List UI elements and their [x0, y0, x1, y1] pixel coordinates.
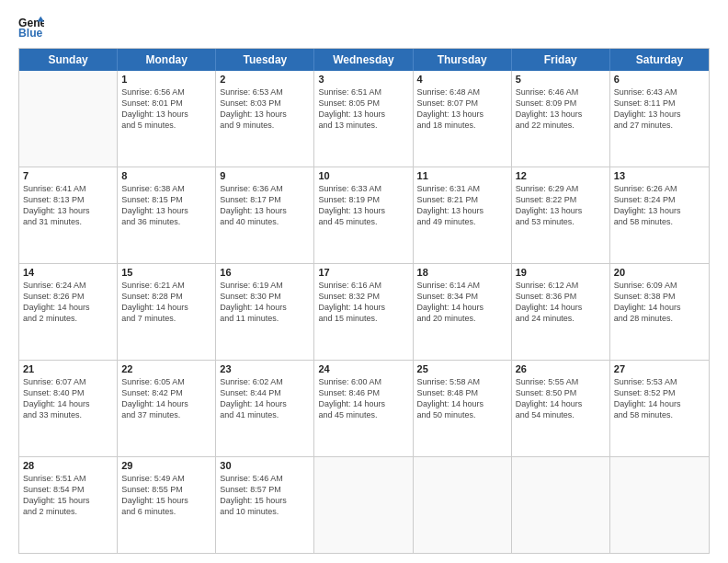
calendar-cell: 11Sunrise: 6:31 AMSunset: 8:21 PMDayligh… [414, 167, 512, 263]
day-number: 23 [220, 363, 310, 374]
calendar-cell: 7Sunrise: 6:41 AMSunset: 8:13 PMDaylight… [19, 167, 118, 263]
calendar-cell [314, 457, 413, 553]
calendar-cell: 29Sunrise: 5:49 AMSunset: 8:55 PMDayligh… [118, 457, 216, 553]
calendar-week: 7Sunrise: 6:41 AMSunset: 8:13 PMDaylight… [19, 167, 709, 264]
day-info: Sunrise: 5:46 AMSunset: 8:57 PMDaylight:… [220, 473, 310, 518]
day-number: 16 [220, 267, 310, 278]
day-info: Sunrise: 5:51 AMSunset: 8:54 PMDaylight:… [23, 473, 113, 518]
calendar-cell: 23Sunrise: 6:02 AMSunset: 8:44 PMDayligh… [216, 361, 314, 456]
calendar-cell: 2Sunrise: 6:53 AMSunset: 8:03 PMDaylight… [216, 71, 314, 167]
day-number: 18 [417, 267, 507, 278]
calendar-cell: 30Sunrise: 5:46 AMSunset: 8:57 PMDayligh… [216, 457, 314, 553]
day-number: 29 [121, 460, 211, 471]
day-info: Sunrise: 6:31 AMSunset: 8:21 PMDaylight:… [417, 183, 507, 228]
calendar-week: 14Sunrise: 6:24 AMSunset: 8:26 PMDayligh… [19, 264, 709, 361]
day-number: 27 [614, 363, 705, 374]
calendar-cell: 1Sunrise: 6:56 AMSunset: 8:01 PMDaylight… [118, 71, 216, 167]
day-number: 14 [23, 267, 113, 278]
day-number: 6 [614, 74, 705, 85]
day-info: Sunrise: 6:48 AMSunset: 8:07 PMDaylight:… [417, 86, 507, 132]
calendar-cell: 12Sunrise: 6:29 AMSunset: 8:22 PMDayligh… [512, 167, 610, 263]
day-number: 26 [516, 363, 606, 374]
day-info: Sunrise: 6:56 AMSunset: 8:01 PMDaylight:… [121, 86, 211, 132]
logo: General Blue [18, 15, 44, 40]
calendar-cell: 19Sunrise: 6:12 AMSunset: 8:36 PMDayligh… [512, 264, 610, 360]
day-of-week-header: Sunday [19, 49, 118, 71]
day-info: Sunrise: 5:58 AMSunset: 8:48 PMDaylight:… [417, 376, 507, 421]
day-of-week-header: Wednesday [314, 49, 413, 71]
day-of-week-header: Monday [118, 49, 216, 71]
calendar-week: 28Sunrise: 5:51 AMSunset: 8:54 PMDayligh… [19, 457, 709, 553]
day-info: Sunrise: 5:53 AMSunset: 8:52 PMDaylight:… [614, 376, 705, 421]
calendar-cell: 10Sunrise: 6:33 AMSunset: 8:19 PMDayligh… [314, 167, 413, 263]
day-info: Sunrise: 6:19 AMSunset: 8:30 PMDaylight:… [220, 280, 310, 325]
day-info: Sunrise: 6:38 AMSunset: 8:15 PMDaylight:… [121, 183, 211, 228]
day-number: 28 [23, 460, 113, 471]
day-of-week-header: Saturday [610, 49, 709, 71]
calendar-cell: 20Sunrise: 6:09 AMSunset: 8:38 PMDayligh… [610, 264, 709, 360]
calendar-week: 21Sunrise: 6:07 AMSunset: 8:40 PMDayligh… [19, 361, 709, 457]
day-number: 7 [23, 170, 113, 181]
day-number: 22 [121, 363, 211, 374]
calendar-cell: 25Sunrise: 5:58 AMSunset: 8:48 PMDayligh… [414, 361, 512, 456]
day-number: 9 [220, 170, 310, 181]
calendar-cell: 5Sunrise: 6:46 AMSunset: 8:09 PMDaylight… [512, 71, 610, 167]
calendar-header: SundayMondayTuesdayWednesdayThursdayFrid… [19, 49, 709, 71]
page: General Blue SundayMondayTuesdayWednesda… [0, 0, 728, 563]
svg-text:Blue: Blue [18, 27, 43, 40]
day-number: 30 [220, 460, 310, 471]
day-info: Sunrise: 6:43 AMSunset: 8:11 PMDaylight:… [614, 86, 705, 132]
day-info: Sunrise: 6:09 AMSunset: 8:38 PMDaylight:… [614, 280, 705, 325]
day-info: Sunrise: 6:41 AMSunset: 8:13 PMDaylight:… [23, 183, 113, 228]
calendar-cell: 17Sunrise: 6:16 AMSunset: 8:32 PMDayligh… [314, 264, 413, 360]
day-number: 13 [614, 170, 705, 181]
day-number: 15 [121, 267, 211, 278]
logo-icon: General Blue [18, 15, 44, 40]
day-of-week-header: Tuesday [216, 49, 314, 71]
calendar-cell [512, 457, 610, 553]
calendar-cell: 6Sunrise: 6:43 AMSunset: 8:11 PMDaylight… [610, 71, 709, 167]
calendar-cell: 27Sunrise: 5:53 AMSunset: 8:52 PMDayligh… [610, 361, 709, 456]
calendar-cell: 3Sunrise: 6:51 AMSunset: 8:05 PMDaylight… [314, 71, 413, 167]
calendar: SundayMondayTuesdayWednesdayThursdayFrid… [18, 48, 710, 554]
day-info: Sunrise: 5:49 AMSunset: 8:55 PMDaylight:… [121, 473, 211, 518]
calendar-cell: 24Sunrise: 6:00 AMSunset: 8:46 PMDayligh… [314, 361, 413, 456]
day-info: Sunrise: 6:07 AMSunset: 8:40 PMDaylight:… [23, 376, 113, 421]
calendar-cell: 14Sunrise: 6:24 AMSunset: 8:26 PMDayligh… [19, 264, 118, 360]
calendar-cell [414, 457, 512, 553]
calendar-cell: 18Sunrise: 6:14 AMSunset: 8:34 PMDayligh… [414, 264, 512, 360]
day-number: 11 [417, 170, 507, 181]
day-of-week-header: Thursday [414, 49, 512, 71]
day-number: 21 [23, 363, 113, 374]
calendar-cell [610, 457, 709, 553]
day-info: Sunrise: 6:16 AMSunset: 8:32 PMDaylight:… [318, 280, 408, 325]
day-info: Sunrise: 6:29 AMSunset: 8:22 PMDaylight:… [516, 183, 606, 228]
calendar-cell: 4Sunrise: 6:48 AMSunset: 8:07 PMDaylight… [414, 71, 512, 167]
calendar-week: 1Sunrise: 6:56 AMSunset: 8:01 PMDaylight… [19, 71, 709, 167]
day-number: 8 [121, 170, 211, 181]
day-number: 10 [318, 170, 408, 181]
calendar-cell: 13Sunrise: 6:26 AMSunset: 8:24 PMDayligh… [610, 167, 709, 263]
day-info: Sunrise: 6:05 AMSunset: 8:42 PMDaylight:… [121, 376, 211, 421]
day-info: Sunrise: 6:21 AMSunset: 8:28 PMDaylight:… [121, 280, 211, 325]
day-number: 20 [614, 267, 705, 278]
day-info: Sunrise: 6:26 AMSunset: 8:24 PMDaylight:… [614, 183, 705, 228]
day-info: Sunrise: 6:36 AMSunset: 8:17 PMDaylight:… [220, 183, 310, 228]
day-number: 25 [417, 363, 507, 374]
calendar-cell: 28Sunrise: 5:51 AMSunset: 8:54 PMDayligh… [19, 457, 118, 553]
calendar-cell [19, 71, 118, 167]
calendar-cell: 21Sunrise: 6:07 AMSunset: 8:40 PMDayligh… [19, 361, 118, 456]
day-info: Sunrise: 6:00 AMSunset: 8:46 PMDaylight:… [318, 376, 408, 421]
day-info: Sunrise: 6:46 AMSunset: 8:09 PMDaylight:… [516, 86, 606, 132]
day-number: 2 [220, 74, 310, 85]
day-info: Sunrise: 6:02 AMSunset: 8:44 PMDaylight:… [220, 376, 310, 421]
day-number: 12 [516, 170, 606, 181]
day-number: 17 [318, 267, 408, 278]
day-info: Sunrise: 6:12 AMSunset: 8:36 PMDaylight:… [516, 280, 606, 325]
calendar-cell: 16Sunrise: 6:19 AMSunset: 8:30 PMDayligh… [216, 264, 314, 360]
day-number: 5 [516, 74, 606, 85]
day-info: Sunrise: 5:55 AMSunset: 8:50 PMDaylight:… [516, 376, 606, 421]
day-info: Sunrise: 6:53 AMSunset: 8:03 PMDaylight:… [220, 86, 310, 132]
day-info: Sunrise: 6:24 AMSunset: 8:26 PMDaylight:… [23, 280, 113, 325]
day-number: 4 [417, 74, 507, 85]
